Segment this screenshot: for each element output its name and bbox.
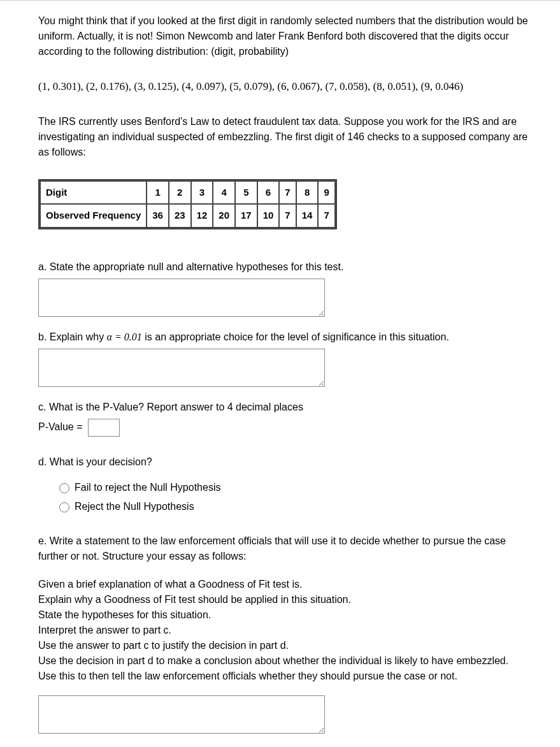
essay-line: Use this to then tell the law enforcemen… xyxy=(38,669,535,684)
table-row: Digit 1 2 3 4 5 6 7 8 9 xyxy=(40,181,335,205)
pvalue-row: P-Value = xyxy=(38,419,535,437)
distribution-list: (1, 0.301), (2, 0.176), (3, 0.125), (4, … xyxy=(38,78,535,95)
essay-line: Given a brief explanation of what a Good… xyxy=(38,577,535,592)
table-cell: 1 xyxy=(147,181,169,205)
question-b-suffix: is an appropriate choice for the level o… xyxy=(142,331,449,342)
radio-input-fail[interactable] xyxy=(59,483,69,493)
radio-input-reject[interactable] xyxy=(59,502,69,512)
table-cell: 7 xyxy=(279,181,296,205)
question-b-label: b. Explain why α = 0.01 is an appropriat… xyxy=(38,330,535,345)
frequency-table: Digit 1 2 3 4 5 6 7 8 9 Observed Frequen… xyxy=(38,179,337,229)
pvalue-input[interactable] xyxy=(88,419,120,437)
pvalue-label: P-Value = xyxy=(38,421,83,432)
table-cell: 12 xyxy=(191,204,213,228)
table-cell: 23 xyxy=(169,204,191,228)
table-cell: 20 xyxy=(213,204,235,228)
question-page: You might think that if you looked at th… xyxy=(0,0,560,747)
table-cell: 5 xyxy=(235,181,257,205)
essay-line: Explain why a Goodness of Fit test shoul… xyxy=(38,592,535,607)
table-cell: 10 xyxy=(257,204,280,228)
answer-e-input[interactable] xyxy=(38,695,325,734)
essay-line: State the hypotheses for this situation. xyxy=(38,607,535,623)
question-b-prefix: b. Explain why xyxy=(38,331,107,342)
question-d-label: d. What is your decision? xyxy=(38,454,535,470)
essay-structure: Given a brief explanation of what a Good… xyxy=(38,577,535,684)
decision-radio-group: Fail to reject the Null Hypothesis Rejec… xyxy=(56,480,535,514)
intro-text: You might think that if you looked at th… xyxy=(38,13,535,59)
table-cell: 3 xyxy=(191,181,213,205)
table-cell: 4 xyxy=(213,181,235,205)
answer-a-input[interactable] xyxy=(38,279,325,317)
essay-line: Interpret the answer to part c. xyxy=(38,623,535,638)
table-cell: 14 xyxy=(296,204,319,228)
answer-b-input[interactable] xyxy=(38,349,325,387)
freq-row-label: Observed Frequency xyxy=(40,204,147,228)
essay-line: Use the decision in part d to make a con… xyxy=(38,653,535,669)
scenario-text: The IRS currently uses Benford's Law to … xyxy=(38,114,535,160)
radio-label-fail: Fail to reject the Null Hypothesis xyxy=(75,480,220,495)
table-cell: 17 xyxy=(235,204,257,228)
table-cell: 8 xyxy=(296,181,319,205)
table-cell: 9 xyxy=(318,181,334,205)
table-row: Observed Frequency 36 23 12 20 17 10 7 1… xyxy=(40,204,335,228)
alpha-equation: α = 0.01 xyxy=(107,331,142,342)
table-cell: 6 xyxy=(257,181,280,205)
table-cell: 36 xyxy=(147,204,169,228)
radio-label-reject: Reject the Null Hypothesis xyxy=(75,499,194,514)
radio-fail-to-reject[interactable]: Fail to reject the Null Hypothesis xyxy=(56,480,535,495)
question-e-lead: e. Write a statement to the law enforcem… xyxy=(38,533,535,564)
table-cell: 7 xyxy=(279,204,296,228)
table-cell: 2 xyxy=(169,181,191,205)
table-cell: 7 xyxy=(318,204,334,228)
radio-reject[interactable]: Reject the Null Hypothesis xyxy=(56,499,535,514)
essay-line: Use the answer to part c to justify the … xyxy=(38,638,535,653)
digit-row-label: Digit xyxy=(40,181,147,205)
question-c-label: c. What is the P-Value? Report answer to… xyxy=(38,400,535,415)
question-a-label: a. State the appropriate null and altern… xyxy=(38,259,535,275)
